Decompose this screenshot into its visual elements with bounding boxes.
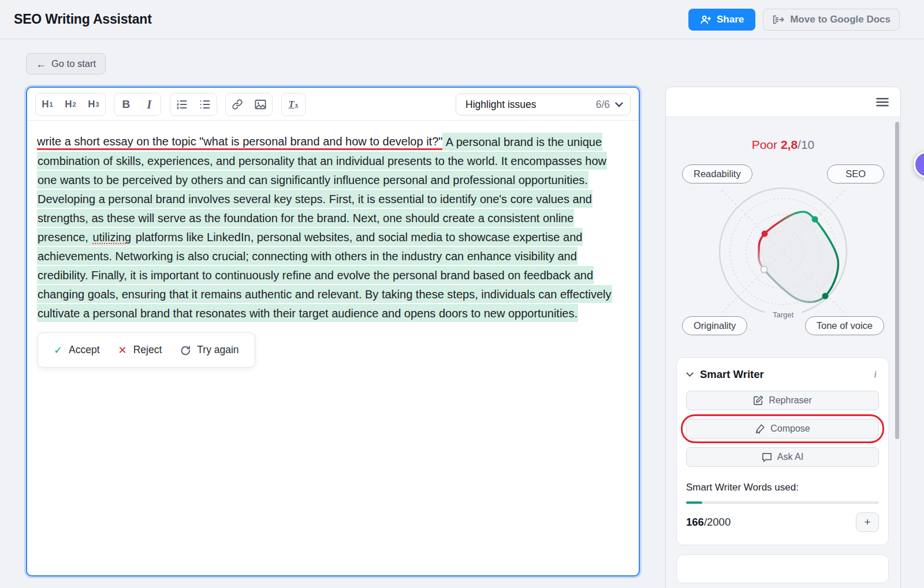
score-panel: Poor 2,8/10 Readability SEO bbox=[665, 87, 901, 588]
arrow-left-icon: ← bbox=[36, 59, 46, 69]
heading-group: H1 H2 H3 bbox=[35, 93, 106, 116]
header-actions: Share Move to Google Docs bbox=[688, 9, 900, 31]
words-used-label: Smart Writer Words used: bbox=[686, 482, 879, 493]
h1-sub: 1 bbox=[50, 101, 53, 108]
highlight-issues-count: 6/6 bbox=[596, 99, 610, 111]
reject-button[interactable]: ✕ Reject bbox=[118, 340, 162, 359]
chevron-down-icon bbox=[686, 372, 694, 377]
tone-of-voice-dot bbox=[822, 293, 829, 299]
h3-label: H bbox=[88, 99, 95, 110]
rephraser-button[interactable]: Rephraser bbox=[686, 391, 879, 410]
words-used-count: 166 bbox=[686, 516, 704, 529]
move-to-google-docs-label: Move to Google Docs bbox=[790, 14, 891, 25]
go-to-start-button[interactable]: ← Go to start bbox=[26, 53, 106, 74]
compose-button-wrapper: Compose bbox=[686, 419, 879, 439]
link-button[interactable] bbox=[226, 93, 249, 115]
h2-button[interactable]: H2 bbox=[59, 93, 82, 115]
score-label: Poor bbox=[752, 138, 777, 151]
menu-icon[interactable] bbox=[876, 98, 889, 107]
readability-pill[interactable]: Readability bbox=[682, 164, 752, 183]
ai-suggestion-action-bar: ✓ Accept ✕ Reject Try again bbox=[38, 332, 255, 368]
list-group bbox=[170, 93, 217, 116]
clear-format-group: Tx bbox=[281, 93, 305, 116]
person-add-icon bbox=[700, 14, 711, 25]
bold-button[interactable]: B bbox=[114, 93, 137, 115]
media-group bbox=[225, 93, 273, 116]
seo-dot bbox=[812, 216, 818, 223]
words-limit: /2000 bbox=[704, 516, 731, 529]
cross-icon: ✕ bbox=[118, 340, 127, 359]
smart-writer-header[interactable]: Smart Writer i bbox=[686, 368, 879, 381]
clear-formatting-icon: T bbox=[288, 99, 294, 110]
score-value: 2,8 bbox=[781, 138, 798, 151]
italic-button[interactable]: I bbox=[137, 93, 161, 115]
originality-pill[interactable]: Originality bbox=[682, 316, 747, 335]
score-blob-fill bbox=[759, 212, 839, 302]
ordered-list-button[interactable] bbox=[170, 93, 193, 115]
bullet-list-icon bbox=[199, 99, 211, 110]
reject-label: Reject bbox=[133, 340, 162, 359]
panel-scrollbar[interactable] bbox=[895, 122, 899, 439]
app-header: SEO Writing Assistant Share bbox=[0, 0, 924, 39]
smart-writer-title: Smart Writer bbox=[700, 368, 764, 381]
format-group: B I bbox=[114, 93, 161, 116]
spellcheck-flagged-word[interactable]: utilizing bbox=[92, 228, 132, 246]
editor-toolbar: H1 H2 H3 B I bbox=[27, 88, 639, 121]
document-text: write a short essay on the topic "what i… bbox=[37, 132, 620, 323]
try-again-label: Try again bbox=[197, 340, 239, 359]
try-again-button[interactable]: Try again bbox=[180, 340, 239, 359]
clear-formatting-button[interactable]: Tx bbox=[282, 93, 305, 115]
info-icon[interactable]: i bbox=[874, 369, 879, 380]
move-to-google-docs-button[interactable]: Move to Google Docs bbox=[763, 9, 900, 31]
chevron-down-icon bbox=[615, 102, 623, 107]
words-count-row: 166 /2000 + bbox=[686, 512, 879, 532]
go-to-start-label: Go to start bbox=[51, 58, 96, 69]
next-section-card bbox=[676, 555, 889, 583]
image-icon bbox=[255, 99, 266, 110]
image-button[interactable] bbox=[249, 93, 272, 115]
accept-label: Accept bbox=[69, 340, 100, 359]
h1-button[interactable]: H1 bbox=[36, 93, 59, 115]
originality-dot bbox=[761, 267, 767, 273]
rephraser-pencil-icon bbox=[753, 395, 763, 406]
italic-icon: I bbox=[147, 98, 152, 111]
editor-content[interactable]: write a short essay on the topic "what i… bbox=[27, 121, 631, 368]
add-words-button[interactable]: + bbox=[856, 512, 879, 532]
rephraser-label: Rephraser bbox=[769, 395, 812, 406]
compose-button[interactable]: Compose bbox=[686, 419, 879, 439]
export-doc-icon bbox=[772, 14, 785, 25]
accept-button[interactable]: ✓ Accept bbox=[54, 340, 100, 359]
editor-card: H1 H2 H3 B I bbox=[26, 87, 640, 576]
score-max: /10 bbox=[798, 138, 814, 151]
readability-dot bbox=[762, 231, 768, 237]
h2-sub: 2 bbox=[73, 101, 76, 108]
chat-bubble-icon bbox=[762, 452, 772, 462]
ask-ai-button[interactable]: Ask AI bbox=[686, 447, 879, 467]
h3-sub: 3 bbox=[96, 101, 99, 108]
clear-formatting-sub: x bbox=[295, 101, 299, 108]
gauge-bottom-pills: Originality Tone of voice bbox=[666, 316, 900, 335]
seo-pill[interactable]: SEO bbox=[827, 164, 884, 183]
highlight-issues-dropdown[interactable]: Highlight issues 6/6 bbox=[456, 93, 631, 115]
seo-writing-assistant-page: SEO Writing Assistant Share bbox=[0, 0, 924, 588]
floating-help-widget[interactable] bbox=[914, 151, 924, 178]
ask-ai-label: Ask AI bbox=[777, 452, 803, 462]
words-progress-track bbox=[686, 501, 879, 504]
overall-score: Poor 2,8/10 bbox=[666, 138, 900, 152]
share-button[interactable]: Share bbox=[688, 9, 755, 31]
h3-button[interactable]: H3 bbox=[82, 93, 105, 115]
bold-icon: B bbox=[122, 98, 131, 111]
score-panel-header bbox=[666, 87, 900, 117]
ordered-list-icon bbox=[176, 99, 188, 110]
words-progress-fill bbox=[686, 501, 702, 504]
compose-label: Compose bbox=[770, 424, 810, 434]
link-icon bbox=[232, 99, 243, 110]
gauge-top-pills: Readability SEO bbox=[666, 164, 900, 183]
bullet-list-button[interactable] bbox=[193, 93, 217, 115]
prompt-text: write a short essay on the topic "what i… bbox=[37, 135, 442, 150]
h2-label: H bbox=[65, 99, 72, 110]
highlight-issues-label: Highlight issues bbox=[465, 99, 536, 111]
tone-of-voice-pill[interactable]: Tone of voice bbox=[805, 316, 884, 335]
smart-writer-card: Smart Writer i Rephraser bbox=[676, 357, 889, 545]
retry-icon bbox=[180, 345, 191, 355]
